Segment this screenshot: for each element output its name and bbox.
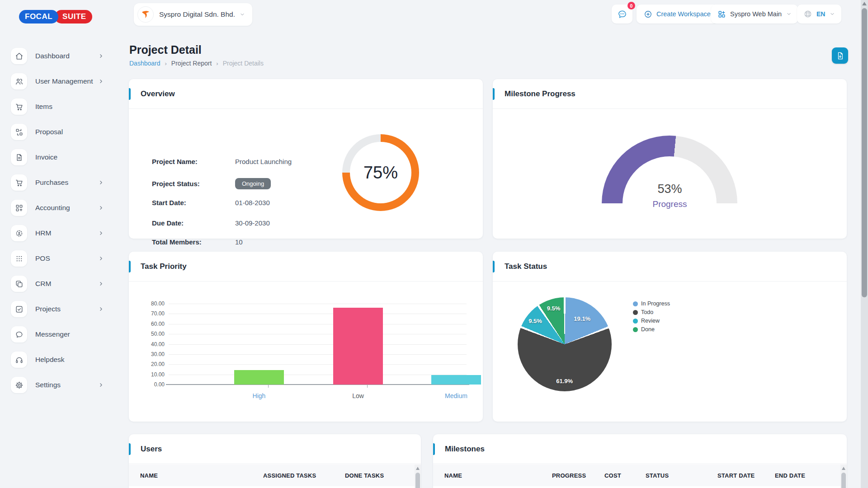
breadcrumb-separator: › (216, 60, 218, 67)
language-selector[interactable]: EN (797, 5, 841, 23)
column-header-progress: PROGRESS (552, 472, 586, 479)
x-axis-tick (367, 385, 368, 388)
messages-button[interactable]: 0 (612, 5, 632, 23)
chat-icon (11, 326, 27, 343)
x-axis-label-medium[interactable]: Medium (431, 392, 481, 399)
gridline (169, 364, 467, 365)
breadcrumb-separator: › (165, 60, 167, 67)
legend-item-review[interactable]: Review (633, 318, 670, 324)
chevron-down-icon (786, 11, 792, 17)
cart-icon (11, 99, 27, 115)
scrollbar-up-arrow[interactable] (862, 2, 867, 5)
overview-field-row: Project Status: Ongoing (152, 178, 271, 189)
sidebar-item-messenger[interactable]: Messenger (0, 322, 116, 347)
card-accent-bar (493, 88, 495, 100)
scrollbar-up-arrow[interactable] (416, 467, 420, 470)
chevron-right-icon (98, 79, 104, 84)
pie-slice-label-todo: 61.9% (556, 378, 573, 385)
target-icon (11, 225, 27, 241)
app-switcher-label: Syspro Web Main (730, 10, 782, 18)
create-workspace-label: Create Workspace (656, 10, 711, 18)
app-logo[interactable]: FOCAL SUITE (19, 10, 92, 23)
sidebar-item-crm[interactable]: CRM (0, 271, 116, 296)
overview-card: Overview Project Name: Product Launching… (129, 79, 483, 239)
sidebar-item-hrm[interactable]: HRM (0, 221, 116, 246)
users-icon (11, 73, 27, 89)
sidebar-item-user-management[interactable]: User Management (0, 69, 116, 94)
page-title: Project Detail (129, 43, 202, 56)
task-priority-card: Task Priority 80.0070.0060.0050.0040.003… (129, 252, 483, 422)
breadcrumb-project-report[interactable]: Project Report (171, 60, 212, 67)
users-table-scrollbar[interactable] (415, 465, 421, 488)
scrollbar-up-arrow[interactable] (842, 467, 845, 470)
sidebar-item-label: Items (35, 103, 52, 111)
sidebar-item-dashboard[interactable]: Dashboard (0, 43, 116, 69)
page-scrollbar[interactable] (861, 0, 868, 488)
x-axis-label-high[interactable]: High (234, 392, 284, 399)
sidebar-item-label: Projects (35, 305, 61, 313)
sidebar-item-invoice[interactable]: Invoice (0, 145, 116, 170)
sidebar-item-label: Helpdesk (35, 356, 65, 364)
task-priority-bar-chart: 80.0070.0060.0050.0040.0030.0020.0010.00… (169, 304, 467, 385)
check-square-icon (11, 301, 27, 317)
x-axis-label-low[interactable]: Low (333, 392, 383, 399)
breadcrumb-dashboard[interactable]: Dashboard (129, 60, 160, 67)
legend-color-dot (633, 327, 638, 332)
sidebar-item-projects[interactable]: Projects (0, 296, 116, 322)
legend-item-todo[interactable]: Todo (633, 309, 670, 315)
y-axis-tick-label: 30.00 (137, 351, 165, 357)
overview-field-row: Start Date: 01-08-2030 (152, 199, 270, 206)
scrollbar-thumb[interactable] (415, 473, 420, 488)
workspace-name: Syspro Digital Sdn. Bhd. (159, 10, 235, 19)
legend-color-dot (633, 310, 638, 315)
sidebar-item-label: User Management (35, 77, 93, 85)
users-table-row (129, 486, 415, 488)
workspace-selector[interactable]: Syspro Digital Sdn. Bhd. (134, 3, 252, 26)
legend-color-dot (633, 301, 638, 306)
overview-field-row: Project Name: Product Launching (152, 158, 292, 165)
sidebar-item-pos[interactable]: POS (0, 246, 116, 271)
breadcrumb-current: Project Details (223, 60, 264, 67)
sidebar-item-settings[interactable]: Settings (0, 372, 116, 398)
gridline (169, 344, 467, 345)
users-card-title: Users (141, 445, 162, 454)
sidebar-item-helpdesk[interactable]: Helpdesk (0, 347, 116, 372)
milestone-card-title: Milestone Progress (505, 89, 576, 99)
sidebar-item-items[interactable]: Items (0, 94, 116, 119)
column-header-done-tasks: DONE TASKS (345, 472, 384, 479)
column-header-cost: COST (604, 472, 621, 479)
scrollbar-thumb[interactable] (862, 8, 867, 297)
legend-item-done[interactable]: Done (633, 326, 670, 333)
legend-item-in-progress[interactable]: In Progress (633, 300, 670, 307)
sidebar-item-label: Messenger (35, 330, 70, 338)
breadcrumb: Dashboard › Project Report › Project Det… (129, 60, 264, 67)
chevron-down-icon (240, 12, 245, 17)
sidebar-item-purchases[interactable]: Purchases (0, 170, 116, 195)
y-axis-tick-label: 0.00 (137, 381, 165, 388)
sidebar: FOCAL SUITE Dashboard User Management It… (0, 0, 116, 488)
create-workspace-button[interactable]: Create Workspace (637, 5, 718, 23)
sidebar-item-proposal[interactable]: Proposal (0, 119, 116, 145)
overview-field-row: Total Members: 10 (152, 238, 243, 246)
task-status-card-header: Task Status (493, 252, 847, 282)
gridline (169, 314, 467, 314)
overview-card-title: Overview (141, 89, 175, 99)
legend-label: In Progress (641, 300, 670, 307)
copy-icon (11, 276, 27, 292)
legend-label: Todo (641, 309, 653, 315)
gridline (169, 334, 467, 334)
overview-field-value: 01-08-2030 (235, 199, 270, 206)
column-header-assigned-tasks: ASSIGNED TASKS (263, 472, 316, 479)
sidebar-item-accounting[interactable]: Accounting (0, 195, 116, 221)
milestone-card-header: Milestone Progress (493, 79, 847, 109)
overview-field-label: Project Status: (152, 180, 235, 188)
y-axis-tick-label: 70.00 (137, 310, 165, 317)
app-switcher[interactable]: Syspro Web Main (711, 5, 798, 23)
scrollbar-thumb[interactable] (841, 473, 846, 488)
milestones-table-scrollbar[interactable] (840, 465, 847, 488)
column-header-status: STATUS (646, 472, 669, 479)
sidebar-item-label: HRM (35, 229, 51, 237)
pie-slice-label-in-progress: 19.1% (574, 315, 590, 322)
export-report-button[interactable] (832, 47, 848, 64)
card-accent-bar (129, 443, 131, 455)
